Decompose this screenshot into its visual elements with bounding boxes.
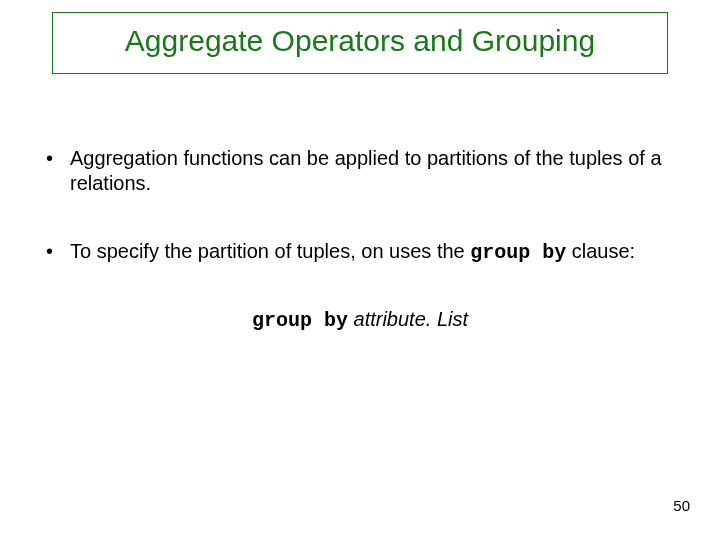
bullet-text-after: clause:	[566, 240, 635, 262]
syntax-keyword: group by	[252, 309, 348, 332]
bullet-code: group by	[470, 241, 566, 264]
list-item: To specify the partition of tuples, on u…	[40, 239, 680, 265]
bullet-text: Aggregation functions can be applied to …	[70, 147, 662, 194]
page-number: 50	[673, 497, 690, 514]
syntax-attribute: attribute. List	[348, 308, 468, 330]
bullet-list: Aggregation functions can be applied to …	[40, 146, 680, 265]
list-item: Aggregation functions can be applied to …	[40, 146, 680, 197]
bullet-text: To specify the partition of tuples, on u…	[70, 240, 470, 262]
title-box: Aggregate Operators and Grouping	[52, 12, 668, 74]
syntax-line: group by attribute. List	[40, 307, 680, 333]
slide-title: Aggregate Operators and Grouping	[65, 23, 655, 59]
slide-body: Aggregation functions can be applied to …	[12, 146, 708, 333]
slide: Aggregate Operators and Grouping Aggrega…	[0, 0, 720, 540]
